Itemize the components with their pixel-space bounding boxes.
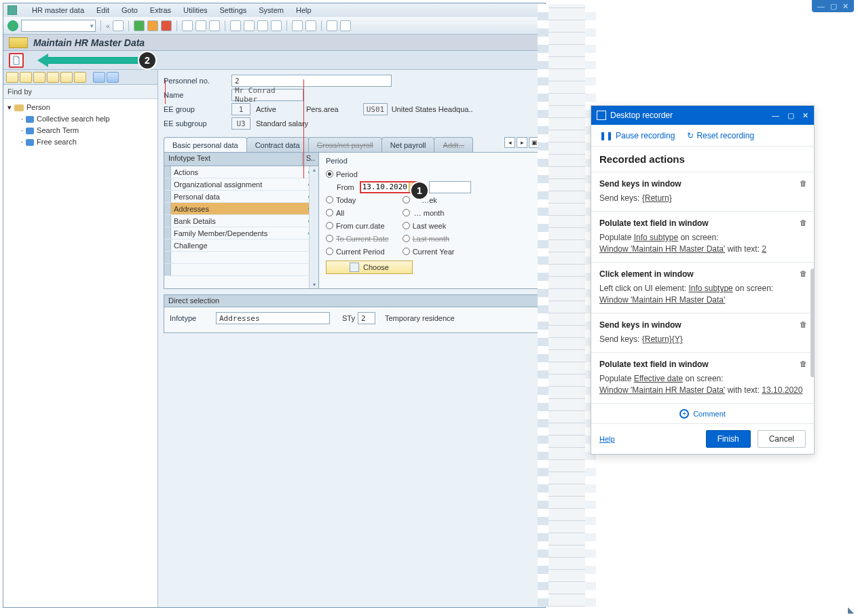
recorded-action[interactable]: 🗑Polulate text field in windowPopulate I… — [591, 212, 814, 263]
radio-cur-month[interactable] — [403, 209, 410, 216]
menu-item[interactable]: Goto — [122, 6, 138, 14]
nav-btn[interactable] — [107, 72, 119, 83]
infotype-input[interactable]: Addresses — [216, 312, 330, 324]
infotype-row[interactable]: Challenge — [164, 239, 318, 252]
menu-item[interactable]: Utilities — [183, 6, 207, 14]
radio-cur-year[interactable] — [403, 248, 410, 255]
personnel-no-input[interactable]: 2 — [231, 75, 392, 87]
radio-from-curr[interactable] — [326, 222, 333, 229]
menu-item[interactable]: Help — [296, 6, 312, 14]
infotype-row[interactable]: Personal data✔ — [164, 191, 318, 203]
find-icon[interactable] — [195, 20, 206, 31]
infotype-row[interactable]: Addresses✔ — [164, 203, 318, 215]
radio-cur-week[interactable] — [403, 196, 410, 204]
help-icon[interactable] — [327, 20, 337, 31]
finish-button[interactable]: Finish — [706, 430, 751, 448]
add-comment-button[interactable]: +Comment — [591, 404, 814, 424]
scrollbar[interactable] — [810, 269, 815, 377]
back-icon[interactable]: « — [106, 22, 110, 30]
tab-gross-net[interactable]: Gross/net payroll — [308, 137, 382, 152]
ok-icon[interactable] — [7, 20, 18, 31]
menu-item[interactable]: HR master data — [32, 6, 84, 14]
close-icon[interactable]: ✕ — [802, 111, 808, 120]
recorded-action[interactable]: 🗑Send keys in windowSend keys: {Return} — [591, 172, 814, 212]
sty-input[interactable]: 2 — [358, 312, 375, 324]
first-page-icon[interactable] — [230, 20, 241, 31]
recorder-titlebar[interactable]: Desktop recorder — ▢ ✕ — [591, 106, 814, 125]
infotype-row[interactable]: Bank Details✔ — [164, 215, 318, 227]
command-field[interactable] — [21, 20, 96, 32]
shortcut-icon[interactable] — [305, 20, 316, 31]
tab-net[interactable]: Net payroll — [381, 137, 435, 152]
find-next-icon[interactable] — [209, 20, 220, 31]
recorded-action[interactable]: 🗑Polulate text field in windowPopulate E… — [591, 353, 814, 404]
menu-item[interactable]: Extras — [150, 6, 171, 14]
infotype-list[interactable]: Infotype TextS.. Actions✔Organizational … — [164, 153, 319, 288]
delete-icon[interactable]: 🗑 — [800, 320, 807, 328]
next-page-icon[interactable] — [257, 20, 268, 31]
tree-item[interactable]: Search Term — [37, 125, 79, 136]
radio-to-curr[interactable] — [326, 235, 333, 242]
reset-recording-button[interactable]: ↻Reset recording — [687, 131, 754, 140]
radio-last-week[interactable] — [403, 222, 410, 229]
tree-root[interactable]: Person — [26, 102, 50, 113]
radio-period[interactable] — [326, 170, 333, 178]
tab-nav[interactable]: ◂▸▣ — [504, 137, 540, 148]
delete-icon[interactable]: 🗑 — [800, 360, 807, 368]
delete-icon[interactable]: 🗑 — [800, 269, 807, 277]
recorder-toolbar: ❚❚Pause recording ↻Reset recording — [591, 125, 814, 147]
cancel-button[interactable]: Cancel — [758, 430, 806, 448]
infotype-row[interactable]: Family Member/Dependents✔ — [164, 227, 318, 239]
help-link[interactable]: Help — [599, 435, 615, 443]
tree-item[interactable]: Collective search help — [37, 113, 110, 125]
delete-icon[interactable]: 🗑 — [800, 179, 807, 187]
to-date-input[interactable] — [429, 181, 471, 193]
nav-btn[interactable] — [93, 72, 105, 83]
recorded-action[interactable]: 🗑Click element in windowLeft click on UI… — [591, 263, 814, 313]
tab-addt[interactable]: Addt... — [434, 137, 473, 152]
label: Personnel no. — [164, 77, 231, 85]
create-button[interactable] — [9, 53, 24, 68]
infotype-row[interactable]: Organizational assignment✔ — [164, 178, 318, 191]
new-session-icon[interactable] — [292, 20, 303, 31]
radio-today[interactable] — [326, 196, 333, 204]
choose-button[interactable]: Choose — [326, 261, 413, 274]
resize-grip-icon[interactable]: ◣ — [848, 605, 854, 615]
radio-last-month[interactable] — [403, 235, 410, 242]
nav-exit-icon[interactable] — [147, 20, 158, 31]
scrollbar[interactable]: ▴▾ — [309, 166, 318, 288]
tree-item[interactable]: Free search — [37, 136, 77, 148]
radio-cur-period[interactable] — [326, 248, 333, 255]
nav-btn[interactable] — [6, 72, 18, 83]
delete-icon[interactable]: 🗑 — [800, 218, 807, 227]
print-icon[interactable] — [182, 20, 193, 31]
last-page-icon[interactable] — [271, 20, 282, 31]
nav-back-icon[interactable] — [134, 20, 145, 31]
nav-btn[interactable] — [60, 72, 73, 83]
nav-btn[interactable] — [47, 72, 59, 83]
nav-btn[interactable] — [20, 72, 32, 83]
infotype-row[interactable]: Actions✔ — [164, 166, 318, 178]
os-window-buttons[interactable]: —▢✕ — [812, 0, 854, 12]
nav-btn[interactable] — [74, 72, 86, 83]
recorded-actions-list: 🗑Send keys in windowSend keys: {Return}🗑… — [591, 172, 814, 404]
recorded-actions-heading: Recorded actions — [591, 147, 814, 172]
col-header: S.. — [302, 153, 318, 166]
minimize-icon[interactable]: — — [772, 111, 779, 120]
layout-icon[interactable] — [340, 20, 351, 31]
recorded-action[interactable]: 🗑Send keys in windowSend keys: {Return}{… — [591, 313, 814, 353]
menu-item[interactable]: Settings — [220, 6, 247, 14]
tab-contract[interactable]: Contract data — [246, 137, 309, 152]
save-icon[interactable] — [113, 20, 124, 31]
maximize-icon[interactable]: ▢ — [787, 111, 794, 120]
nav-cancel-icon[interactable] — [161, 20, 172, 31]
menu-item[interactable]: Edit — [96, 6, 109, 14]
tab-basic[interactable]: Basic personal data — [164, 137, 247, 152]
menu-item[interactable]: System — [259, 6, 284, 14]
pause-recording-button[interactable]: ❚❚Pause recording — [599, 131, 675, 140]
prev-page-icon[interactable] — [244, 20, 255, 31]
nav-btn[interactable] — [33, 72, 45, 83]
annotation-arrow — [37, 55, 139, 66]
object-tree[interactable]: ▾Person ·Collective search help ·Search … — [3, 99, 157, 151]
radio-all[interactable] — [326, 209, 333, 216]
